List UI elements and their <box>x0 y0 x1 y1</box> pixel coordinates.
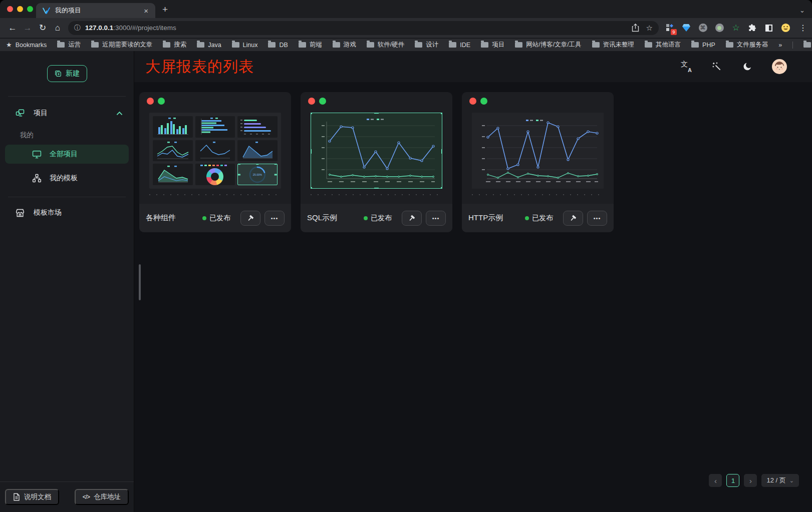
browser-menu-icon[interactable]: ⋮ <box>799 23 807 33</box>
new-tab-button[interactable]: + <box>162 4 168 15</box>
bookmark-folder-design[interactable]: 设计 <box>415 41 438 49</box>
more-actions-button[interactable]: ••• <box>264 211 285 226</box>
tab-strip: 我的项目 × + ⌄ <box>0 0 812 18</box>
bookmark-folder-news[interactable]: 资讯未整理 <box>592 41 635 49</box>
bookmark-folder-articles[interactable]: 近期需要读的文章 <box>91 41 152 49</box>
bookmark-label: Bookmarks <box>16 42 47 49</box>
bookmark-folder-frontend[interactable]: 前端 <box>299 41 322 49</box>
current-page-button[interactable]: 1 <box>726 474 739 487</box>
folder-icon <box>367 42 374 48</box>
project-card-http[interactable]: HTTP示例 已发布 ••• <box>462 92 614 232</box>
share-icon[interactable] <box>632 24 639 32</box>
user-avatar[interactable] <box>772 59 787 74</box>
prev-page-button[interactable]: ‹ <box>709 474 722 487</box>
recorder-extension-icon[interactable] <box>714 23 724 33</box>
bookmark-folder-search[interactable]: 搜索 <box>163 41 186 49</box>
bookmark-folder-software[interactable]: 软件/硬件 <box>367 41 404 49</box>
address-bar[interactable]: ⓘ 127.0.0.1 :3000/#/project/items ☆ <box>68 21 659 35</box>
repo-button-label: 仓库地址 <box>94 492 121 501</box>
other-bookmarks[interactable]: 其他书签 <box>803 41 812 49</box>
edit-project-button[interactable] <box>240 211 260 226</box>
green-dot <box>480 98 487 105</box>
proxy-extension-icon[interactable]: 9 <box>665 23 675 33</box>
bookmark-folder-project[interactable]: 项目 <box>481 41 504 49</box>
back-button[interactable]: ← <box>5 23 20 33</box>
more-actions-button[interactable]: ••• <box>587 211 607 226</box>
next-page-button[interactable]: › <box>744 474 757 487</box>
bookmark-folder-ide[interactable]: IDE <box>449 42 470 49</box>
bookmark-folder-db[interactable]: DB <box>268 42 288 49</box>
page-header: 大屏报表的列表 文 A <box>134 51 812 82</box>
gauge-value: 25.00% <box>253 173 262 176</box>
edit-project-button[interactable] <box>563 211 583 226</box>
repo-button[interactable]: </> 仓库地址 <box>75 489 129 505</box>
bookmark-folder-yunying[interactable]: 运营 <box>57 41 81 49</box>
main-area: 大屏报表的列表 文 A <box>134 51 812 512</box>
bookmark-folder-games[interactable]: 游戏 <box>333 41 356 49</box>
code-icon: </> <box>83 493 90 500</box>
bookmark-folder-otherlang[interactable]: 其他语言 <box>645 41 681 49</box>
gem-extension-icon[interactable] <box>681 23 691 33</box>
command-extension-icon[interactable]: ⌘ <box>698 23 708 33</box>
star-extension-icon[interactable]: ☆ <box>731 23 741 33</box>
sidebar-group-label: 我的 <box>0 124 134 145</box>
hammer-icon <box>246 214 254 222</box>
sidebar-item-my-templates[interactable]: 我的模板 <box>5 169 129 188</box>
more-actions-button[interactable]: ••• <box>426 211 446 226</box>
bookmark-label: 设计 <box>426 41 438 49</box>
bookmark-folder-linux[interactable]: Linux <box>232 42 258 49</box>
folder-icon <box>163 42 170 48</box>
bookmark-label: 网站/博客/文章/工具 <box>526 41 581 49</box>
chevron-up-icon[interactable] <box>116 111 123 116</box>
new-project-button[interactable]: 新建 <box>47 65 87 82</box>
sidebar-section-project[interactable]: 项目 <box>0 103 134 124</box>
docs-button[interactable]: 说明文档 <box>5 489 59 505</box>
magic-wand-icon[interactable] <box>711 61 723 73</box>
browser-tab[interactable]: 我的项目 × <box>36 3 155 18</box>
bookmarks-overflow-icon[interactable]: » <box>778 42 782 49</box>
bookmark-label: 游戏 <box>344 41 356 49</box>
project-card-components[interactable]: 25.00% 各种组件 <box>139 92 291 232</box>
sidebar-footer: 说明文档 </> 仓库地址 <box>0 481 134 512</box>
select-caret-icon: ⌄ <box>789 477 794 484</box>
dark-reader-extension-icon[interactable] <box>764 23 774 33</box>
bookmark-folder-java[interactable]: Java <box>197 42 221 49</box>
sidebar-item-template-market[interactable]: 模板市场 <box>0 202 134 223</box>
site-info-icon[interactable]: ⓘ <box>74 24 81 33</box>
extensions-puzzle-icon[interactable] <box>747 23 757 33</box>
bookmark-folder-fileserver[interactable]: 文件服务器 <box>726 41 768 49</box>
bookmark-root[interactable]: ★ Bookmarks <box>6 41 47 49</box>
scrollbar-thumb[interactable] <box>139 264 141 300</box>
folder-icon <box>232 42 239 48</box>
bookmark-folder-websites[interactable]: 网站/博客/文章/工具 <box>515 41 581 49</box>
folder-icon <box>803 42 811 48</box>
emoji-extension-icon[interactable] <box>780 23 790 33</box>
project-card-sql[interactable]: SQL示例 已发布 ••• <box>301 92 452 232</box>
forward-button[interactable]: → <box>20 23 35 33</box>
home-button[interactable]: ⌂ <box>50 23 65 33</box>
minimize-window-button[interactable] <box>17 6 23 12</box>
header-icons: 文 A <box>680 59 787 74</box>
sidebar-item-label: 模板市场 <box>34 208 62 217</box>
bookmark-star-icon[interactable]: ☆ <box>646 24 653 33</box>
page-size-select[interactable]: 12 / 页 ⌄ <box>761 474 799 487</box>
sidebar-divider <box>8 197 126 197</box>
card-footer: SQL示例 已发布 ••• <box>301 204 452 232</box>
folder-icon <box>449 42 456 48</box>
folder-icon <box>481 42 488 48</box>
folder-icon <box>299 42 306 48</box>
reload-button[interactable]: ↻ <box>35 23 50 33</box>
more-icon: ••• <box>594 215 601 221</box>
dark-mode-moon-icon[interactable] <box>741 61 753 73</box>
sidebar-item-all-projects[interactable]: 全部项目 <box>5 145 129 164</box>
card-thumbnail-chart <box>311 113 442 189</box>
monitor-icon <box>32 150 42 159</box>
bookmark-folder-php[interactable]: PHP <box>691 42 715 49</box>
url-path: :3000/#/project/items <box>113 24 176 32</box>
edit-project-button[interactable] <box>402 211 422 226</box>
zoom-window-button[interactable] <box>27 6 33 12</box>
tab-search-icon[interactable]: ⌄ <box>799 7 805 14</box>
close-window-button[interactable] <box>7 6 13 12</box>
language-icon[interactable]: 文 A <box>680 61 692 73</box>
tab-close-icon[interactable]: × <box>142 6 150 16</box>
